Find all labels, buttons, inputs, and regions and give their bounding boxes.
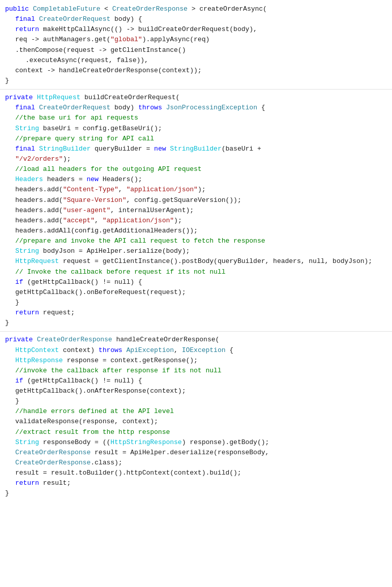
token-comment: //the base uri for api requests	[15, 113, 138, 123]
token-plain: body) {	[110, 14, 142, 24]
token-string: "Content-Type"	[63, 185, 118, 195]
token-plain: context -> handleCreateOrderResponse(con…	[15, 66, 202, 76]
code-line: headers.addAll(config.getAdditionalHeade…	[0, 226, 392, 236]
code-line: String responseBody = ((HttpStringRespon…	[0, 437, 392, 448]
code-line: headers.add("user-agent", internalUserAg…	[0, 206, 392, 216]
token-plain: (getHttpCallback() != null) {	[23, 376, 142, 386]
token-cyan: StringBuilder	[170, 144, 221, 154]
token-comment: //load all headers for the outgoing API …	[15, 164, 202, 174]
token-plain	[33, 93, 37, 103]
token-kw: final	[15, 103, 35, 113]
token-plain: makeHttpCallAsync(() -> buildCreateOrder…	[39, 24, 257, 35]
token-plain: ,	[95, 216, 103, 226]
code-line: HttpRequest request = getClientInstance(…	[0, 256, 392, 267]
token-plain: );	[63, 154, 71, 164]
token-plain: ,	[118, 185, 127, 195]
code-line: String baseUri = config.getBaseUri();	[0, 124, 392, 134]
token-type: CreateOrderRequest	[39, 14, 110, 24]
code-line: headers.add("accept", "application/json"…	[0, 216, 392, 226]
token-string: "Square-Version"	[63, 195, 127, 206]
token-type: CreateOrderRequest	[39, 103, 110, 113]
code-line: getHttpCallback().onBeforeRequest(reques…	[0, 287, 392, 298]
token-plain: }	[15, 396, 19, 406]
token-kw: if	[15, 376, 23, 386]
token-plain: body)	[110, 103, 138, 113]
token-plain: getHttpCallback().onBeforeRequest(reques…	[15, 287, 186, 298]
token-plain: (getHttpCallback() != null) {	[23, 277, 142, 287]
code-line: //load all headers for the outgoing API …	[0, 164, 392, 174]
token-kw: private	[5, 93, 33, 103]
token-plain: );	[198, 185, 206, 195]
code-block: public CompletableFuture < CreateOrderRe…	[0, 4, 392, 499]
token-plain: }	[15, 298, 19, 308]
token-plain: ).applyAsync(req)	[142, 35, 210, 45]
code-line: HttpResponse response = context.getRespo…	[0, 356, 392, 366]
token-cyan: String	[15, 124, 39, 134]
section-divider	[0, 331, 392, 332]
code-container: public CompletableFuture < CreateOrderRe…	[0, 0, 392, 587]
token-cyan: HttpContext	[15, 345, 59, 356]
code-line: }	[0, 488, 392, 498]
code-line: //handle errors defined at the API level	[0, 406, 392, 417]
code-line: req -> authManagers.get("global").applyA…	[0, 35, 392, 45]
token-plain	[162, 103, 166, 113]
code-line: Headers headers = new Headers();	[0, 174, 392, 185]
token-kw: if	[15, 277, 23, 287]
token-string: "accept"	[63, 216, 95, 226]
token-kw: new	[86, 174, 98, 185]
token-type: JsonProcessingException	[166, 103, 257, 113]
token-kw: return	[15, 308, 39, 318]
token-plain: headers.add(	[15, 206, 63, 216]
code-line: if (getHttpCallback() != null) {	[0, 376, 392, 386]
token-plain	[123, 345, 127, 356]
token-plain: , internalUserAgent);	[110, 206, 194, 216]
token-plain: validateResponse(response, context);	[15, 417, 158, 427]
code-line: final CreateOrderRequest body) {	[0, 14, 392, 24]
token-string: "user-agent"	[63, 206, 111, 216]
token-plain: {	[257, 103, 265, 113]
code-line: validateResponse(response, context);	[0, 417, 392, 427]
token-plain: ,	[174, 345, 182, 356]
code-line: }	[0, 298, 392, 308]
token-plain: buildCreateOrderRequest(	[80, 93, 179, 103]
section-divider	[0, 89, 392, 90]
token-plain: result = ApiHelper.deserialize(responseB…	[91, 448, 269, 458]
token-comment: //invoke the callback after response if …	[15, 366, 222, 376]
code-line: final StringBuilder queryBuilder = new S…	[0, 144, 392, 154]
token-plain	[35, 144, 39, 154]
code-line: context -> handleCreateOrderResponse(con…	[0, 66, 392, 76]
token-plain: }	[5, 318, 9, 328]
token-plain: (baseUri +	[222, 144, 261, 154]
token-plain: headers =	[43, 174, 87, 185]
code-line: return request;	[0, 308, 392, 318]
token-type: IOException	[182, 345, 226, 356]
token-type: CreateOrderResponse	[37, 335, 112, 345]
token-plain: headers.add(	[15, 216, 63, 226]
code-line: getHttpCallback().onAfterResponse(contex…	[0, 386, 392, 396]
token-plain: getHttpCallback().onAfterResponse(contex…	[15, 386, 186, 396]
token-cyan: HttpResponse	[15, 356, 63, 366]
token-plain: queryBuilder =	[91, 144, 154, 154]
code-line: headers.add("Content-Type", "application…	[0, 185, 392, 195]
token-comment: //handle errors defined at the API level	[15, 406, 174, 417]
token-plain: Headers();	[99, 174, 142, 185]
token-cyan: Headers	[15, 174, 43, 185]
token-plain	[29, 4, 33, 14]
code-line: "/v2/orders");	[0, 154, 392, 164]
token-plain: > createOrderAsync(	[188, 4, 267, 14]
token-cyan: String	[15, 437, 39, 448]
token-cyan: StringBuilder	[39, 144, 91, 154]
token-plain: request;	[39, 308, 75, 318]
token-string: "application/json"	[126, 185, 197, 195]
token-kw: throws	[138, 103, 162, 113]
token-comment: //prepare query string for API call	[15, 134, 154, 144]
token-kw: final	[15, 144, 35, 154]
token-type: CreateOrderResponse	[15, 458, 91, 468]
code-line: .executeAsync(request, false)),	[0, 55, 392, 66]
token-type: ApiException	[126, 345, 174, 356]
code-line: final CreateOrderRequest body) throws Js…	[0, 103, 392, 113]
code-line: HttpContext context) throws ApiException…	[0, 345, 392, 356]
token-plain: headers.addAll(config.getAdditionalHeade…	[15, 226, 198, 236]
code-line: //prepare and invoke the API call reques…	[0, 236, 392, 246]
token-plain: context)	[59, 345, 99, 356]
